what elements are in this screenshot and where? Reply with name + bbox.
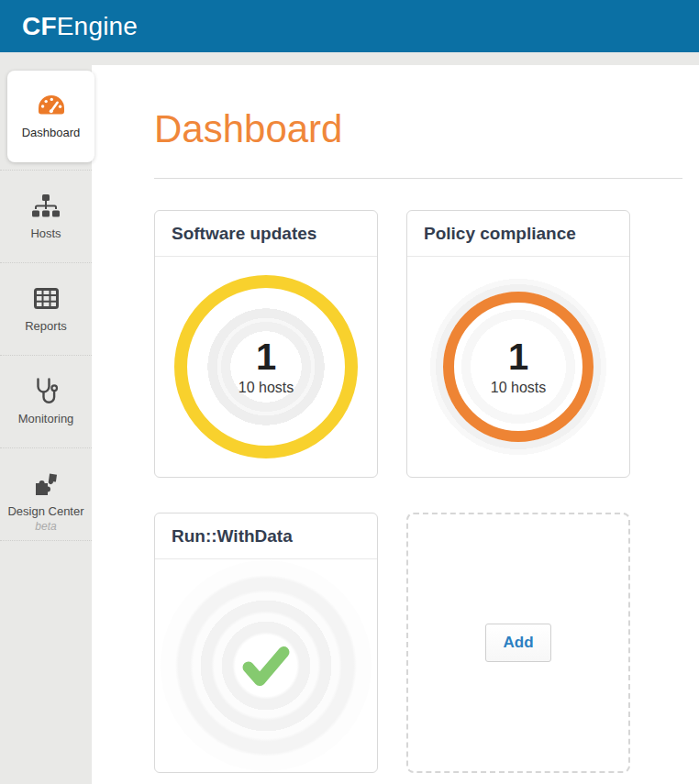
- dashboard-widgets-grid: Software updates 1 10 hosts Policy co: [154, 210, 682, 773]
- widget-title: Policy compliance: [407, 211, 629, 257]
- widget-policy-compliance[interactable]: Policy compliance 1 10 hosts: [406, 210, 630, 478]
- widget-title: Run::WithData: [155, 513, 377, 559]
- beta-badge: beta: [0, 520, 92, 533]
- cfengine-logo[interactable]: CFEngine: [22, 12, 138, 41]
- sidebar-item-hosts[interactable]: Hosts: [0, 171, 92, 263]
- dashboard-gauge-icon: [36, 91, 67, 118]
- main-content: Dashboard Software updates 1 10 hosts: [92, 65, 699, 784]
- sidebar-item-label: Monitoring: [0, 412, 92, 425]
- add-widget-placeholder: Add: [406, 513, 630, 773]
- policy-compliance-donut-chart[interactable]: 1 10 hosts: [427, 275, 610, 458]
- sidebar-item-dashboard[interactable]: Dashboard: [7, 71, 94, 162]
- widget-body: 1 10 hosts: [407, 257, 629, 477]
- sidebar-item-monitoring[interactable]: Monitoring: [0, 356, 92, 448]
- widget-software-updates[interactable]: Software updates 1 10 hosts: [154, 210, 378, 478]
- hosts-sitemap-icon: [32, 192, 60, 219]
- app-window: CFEngine: [0, 0, 699, 784]
- header-sub-band: [0, 52, 699, 65]
- top-header-bar: CFEngine: [0, 0, 699, 52]
- add-widget-button[interactable]: Add: [485, 624, 551, 662]
- donut-center: 1 10 hosts: [174, 275, 358, 458]
- donut-center: 1 10 hosts: [427, 275, 610, 458]
- success-ripple: [161, 560, 372, 771]
- sidebar-slot-dashboard: Dashboard: [0, 71, 92, 171]
- widget-run-withdata[interactable]: Run::WithData: [154, 513, 378, 773]
- check-icon: [235, 635, 297, 697]
- sidebar-item-label: Dashboard: [7, 126, 94, 139]
- sidebar-item-label: Hosts: [0, 226, 92, 240]
- logo-bold-part: CF: [22, 12, 57, 40]
- sidebar-item-label: Reports: [0, 319, 92, 333]
- widget-body: 1 10 hosts: [155, 257, 377, 477]
- design-center-puzzle-icon: [33, 469, 59, 497]
- host-count-value: 1: [256, 338, 276, 375]
- widget-body: [155, 559, 377, 772]
- host-count-label: 10 hosts: [491, 380, 546, 396]
- sidebar-item-label: Design Center: [0, 504, 92, 518]
- software-updates-donut-chart[interactable]: 1 10 hosts: [174, 275, 358, 458]
- widget-title: Software updates: [155, 211, 377, 257]
- sidebar-nav: Dashboard Hosts: [0, 65, 92, 784]
- page-title: Dashboard: [154, 108, 682, 149]
- monitoring-stethoscope-icon: [34, 377, 59, 404]
- sidebar-item-reports[interactable]: Reports: [0, 263, 92, 356]
- host-count-value: 1: [508, 338, 528, 375]
- logo-light-part: Engine: [57, 12, 138, 40]
- title-divider: [154, 178, 682, 179]
- sidebar-item-design-center[interactable]: Design Center beta: [0, 448, 92, 541]
- host-count-label: 10 hosts: [239, 380, 294, 396]
- reports-table-icon: [34, 284, 59, 312]
